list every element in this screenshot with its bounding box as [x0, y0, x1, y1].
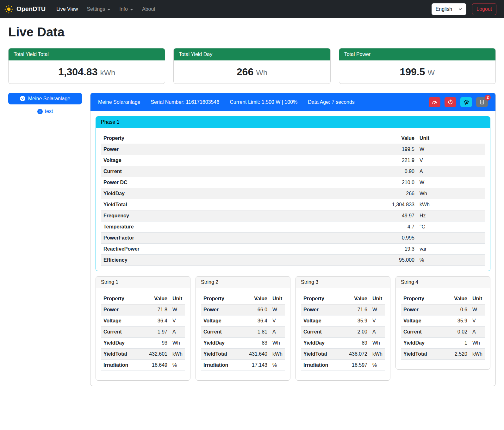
- table-row: Power71.6W: [301, 304, 385, 315]
- table-header-row: Property Value Unit: [301, 293, 385, 304]
- summary-card-total-yield-total: Total Yield Total 1,304.83kWh: [8, 48, 165, 84]
- string-card-3: String 3 Property Value Unit: [296, 276, 390, 381]
- summary-card-title: Total Yield Total: [9, 48, 165, 60]
- string-title: String 1: [96, 277, 190, 288]
- unit-cell: °C: [417, 221, 485, 233]
- sidebar-item-inverter[interactable]: Meine Solaranlage: [8, 93, 82, 104]
- summary-cards-row: Total Yield Total 1,304.83kWh Total Yiel…: [8, 48, 496, 84]
- chevron-down-icon: [458, 7, 462, 11]
- table-header-row: Property Value Unit: [101, 133, 485, 144]
- property-cell: Power DC: [101, 177, 389, 188]
- value-cell: 71.8: [146, 304, 170, 315]
- unit-cell: kWh: [417, 199, 485, 210]
- summary-card-value: 266: [237, 66, 253, 78]
- value-cell: 66.0: [246, 304, 270, 315]
- table-row: Current0.90A: [101, 166, 485, 177]
- unit-cell: Wh: [270, 338, 285, 349]
- summary-card-value: 1,304.83: [58, 66, 98, 78]
- unit-cell: Wh: [170, 338, 185, 349]
- nav-settings[interactable]: Settings: [82, 4, 115, 15]
- sun-icon: [4, 5, 13, 14]
- table-header-row: Property Value Unit: [201, 293, 285, 304]
- property-cell: Power: [301, 304, 346, 315]
- value-cell: 19.3: [389, 244, 417, 255]
- event-log-button[interactable]: 2: [476, 97, 488, 107]
- table-header-row: Property Value Unit: [401, 293, 485, 304]
- property-cell: YieldDay: [301, 338, 346, 349]
- summary-card-title: Total Power: [339, 48, 495, 60]
- check-circle-icon: [20, 96, 25, 101]
- language-select[interactable]: English: [432, 3, 466, 15]
- inverter-serial: Serial Number: 116171603546: [151, 99, 219, 105]
- nav-about[interactable]: About: [138, 4, 160, 15]
- unit-cell: V: [470, 315, 485, 327]
- string-table: Property Value Unit Power71.8WVoltage36.…: [101, 293, 185, 371]
- device-info-button[interactable]: [460, 97, 472, 107]
- inverter-card-body: Phase 1 Property Value Unit: [90, 111, 495, 386]
- inverter-action-buttons: 2: [429, 97, 488, 107]
- property-header: Property: [101, 133, 389, 144]
- property-cell: Current: [401, 327, 451, 338]
- brand-link[interactable]: OpenDTU: [4, 5, 46, 14]
- table-row: Voltage35.9V: [401, 315, 485, 327]
- value-header: Value: [389, 133, 417, 144]
- value-cell: 36.4: [246, 315, 270, 327]
- unit-cell: V: [170, 315, 185, 327]
- value-cell: 0.02: [451, 327, 470, 338]
- string-title: String 3: [296, 277, 390, 288]
- table-row: YieldDay89Wh: [301, 338, 385, 349]
- property-cell: Voltage: [301, 315, 346, 327]
- property-cell: YieldTotal: [101, 199, 389, 210]
- string-title: String 4: [396, 277, 490, 288]
- value-cell: 36.4: [146, 315, 170, 327]
- inverter-name: Meine Solaranlage: [98, 99, 140, 105]
- property-cell: YieldTotal: [401, 349, 451, 360]
- sidebar-item-test[interactable]: test: [8, 109, 82, 114]
- navbar-right: English Logout: [432, 3, 496, 15]
- inverter-meta: Meine Solaranlage Serial Number: 1161716…: [98, 99, 355, 105]
- inverter-card: Meine Solaranlage Serial Number: 1161716…: [90, 93, 496, 386]
- table-row: Current0.02A: [401, 327, 485, 338]
- nav-live-view[interactable]: Live View: [52, 4, 82, 15]
- value-cell: 1: [451, 338, 470, 349]
- logout-button[interactable]: Logout: [472, 3, 496, 15]
- unit-cell: W: [170, 304, 185, 315]
- unit-cell: %: [170, 360, 185, 371]
- power-icon: [448, 99, 453, 105]
- table-row: YieldDay93Wh: [101, 338, 185, 349]
- phase-body: Property Value Unit Power199.5WVoltage22…: [96, 128, 490, 271]
- property-cell: Temperature: [101, 221, 389, 233]
- unit-cell: %: [270, 360, 285, 371]
- navbar-left: OpenDTU Live View Settings Info About: [4, 4, 160, 15]
- property-cell: YieldDay: [101, 188, 389, 199]
- power-toggle-button[interactable]: [445, 97, 456, 107]
- summary-card-value: 199.5: [400, 66, 425, 78]
- x-circle-icon[interactable]: [37, 109, 43, 114]
- unit-cell: W: [270, 304, 285, 315]
- table-row: Power199.5W: [101, 144, 485, 155]
- table-row: Power DC210.0W: [101, 177, 485, 188]
- value-cell: 49.97: [389, 210, 417, 221]
- value-cell: 431.640: [246, 349, 270, 360]
- unit-cell: A: [470, 327, 485, 338]
- journal-icon: [479, 99, 485, 105]
- property-header: Property: [101, 293, 146, 304]
- unit-cell: %: [417, 255, 485, 266]
- value-cell: 0.995: [389, 233, 417, 244]
- navbar: OpenDTU Live View Settings Info About En…: [0, 0, 504, 18]
- summary-card-unit: kWh: [100, 68, 115, 77]
- limit-settings-button[interactable]: [429, 97, 440, 107]
- value-cell: 35.9: [346, 315, 370, 327]
- string-table: Property Value Unit Power0.6WVoltage35.9…: [401, 293, 485, 360]
- unit-cell: kWh: [470, 349, 485, 360]
- value-cell: 18.649: [146, 360, 170, 371]
- unit-cell: V: [270, 315, 285, 327]
- table-row: Power66.0W: [201, 304, 285, 315]
- summary-card-body: 266Wh: [174, 60, 330, 84]
- nav-info[interactable]: Info: [115, 4, 138, 15]
- property-cell: Power: [201, 304, 246, 315]
- value-cell: 17.143: [246, 360, 270, 371]
- property-header: Property: [401, 293, 451, 304]
- table-row: YieldTotal2.520kWh: [401, 349, 485, 360]
- string-card-4: String 4 Property Value Unit: [395, 276, 490, 370]
